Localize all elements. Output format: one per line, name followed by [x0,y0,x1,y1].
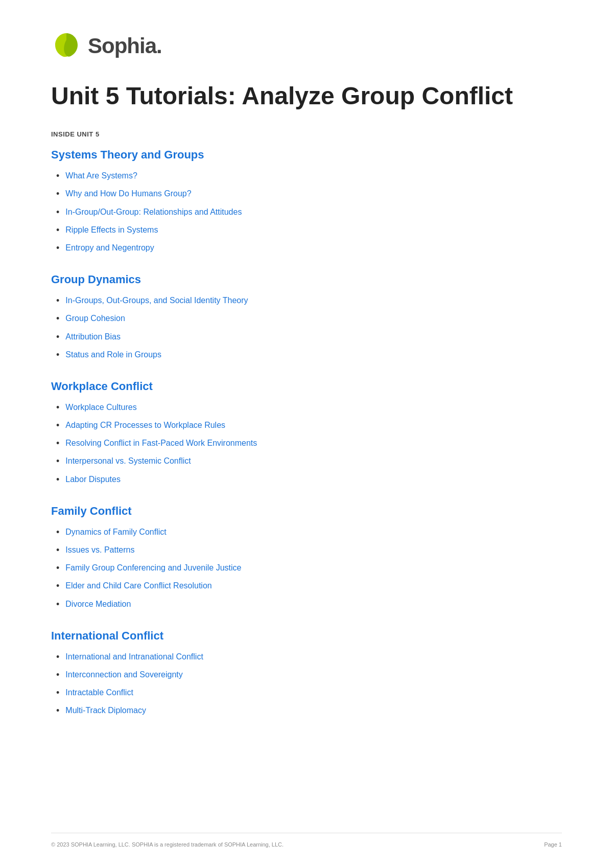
section-title-family-conflict: Family Conflict [51,505,562,518]
link-group-dynamics-0[interactable]: In-Groups, Out-Groups, and Social Identi… [65,294,248,307]
link-workplace-conflict-3[interactable]: Interpersonal vs. Systemic Conflict [65,455,191,467]
link-international-conflict-3[interactable]: Multi-Track Diplomacy [65,704,146,717]
link-family-conflict-0[interactable]: Dynamics of Family Conflict [65,526,166,538]
logo-name: Sophia [88,34,156,58]
logo-area: Sophia. [51,31,562,61]
link-family-conflict-3[interactable]: Elder and Child Care Conflict Resolution [65,580,211,592]
inside-unit-label: INSIDE UNIT 5 [51,130,562,138]
list-item: Family Group Conferencing and Juvenile J… [56,562,562,575]
list-item: In-Group/Out-Group: Relationships and At… [56,206,562,219]
section-list-family-conflict: Dynamics of Family ConflictIssues vs. Pa… [51,526,562,611]
list-item: Elder and Child Care Conflict Resolution [56,580,562,592]
link-family-conflict-1[interactable]: Issues vs. Patterns [65,544,134,556]
logo-dot: . [156,34,162,58]
section-title-systems-theory: Systems Theory and Groups [51,148,562,162]
link-systems-theory-2[interactable]: In-Group/Out-Group: Relationships and At… [65,206,242,218]
link-systems-theory-3[interactable]: Ripple Effects in Systems [65,224,158,236]
link-workplace-conflict-0[interactable]: Workplace Cultures [65,401,136,414]
link-systems-theory-4[interactable]: Entropy and Negentropy [65,242,154,254]
section-list-systems-theory: What Are Systems?Why and How Do Humans G… [51,170,562,255]
list-item: Interconnection and Sovereignty [56,669,562,681]
section-title-workplace-conflict: Workplace Conflict [51,380,562,393]
list-item: Resolving Conflict in Fast-Paced Work En… [56,437,562,450]
link-workplace-conflict-2[interactable]: Resolving Conflict in Fast-Paced Work En… [65,437,257,449]
list-item: Why and How Do Humans Group? [56,188,562,200]
section-group-dynamics: Group DynamicsIn-Groups, Out-Groups, and… [51,273,562,361]
link-group-dynamics-3[interactable]: Status and Role in Groups [65,349,161,361]
section-list-workplace-conflict: Workplace CulturesAdapting CR Processes … [51,401,562,486]
link-systems-theory-1[interactable]: Why and How Do Humans Group? [65,188,191,200]
list-item: Ripple Effects in Systems [56,224,562,237]
link-international-conflict-2[interactable]: Intractable Conflict [65,687,133,699]
logo-text: Sophia. [88,34,162,58]
link-international-conflict-1[interactable]: Interconnection and Sovereignty [65,669,182,681]
list-item: Attribution Bias [56,331,562,344]
section-title-group-dynamics: Group Dynamics [51,273,562,286]
section-systems-theory: Systems Theory and GroupsWhat Are System… [51,148,562,255]
list-item: Entropy and Negentropy [56,242,562,255]
footer-copyright: © 2023 SOPHIA Learning, LLC. SOPHIA is a… [51,841,284,848]
section-title-international-conflict: International Conflict [51,629,562,643]
link-international-conflict-0[interactable]: International and Intranational Conflict [65,651,203,663]
footer-page: Page 1 [544,841,562,848]
list-item: International and Intranational Conflict [56,651,562,664]
link-workplace-conflict-4[interactable]: Labor Disputes [65,473,121,486]
section-family-conflict: Family ConflictDynamics of Family Confli… [51,505,562,611]
list-item: Intractable Conflict [56,687,562,699]
link-family-conflict-2[interactable]: Family Group Conferencing and Juvenile J… [65,562,241,574]
section-list-group-dynamics: In-Groups, Out-Groups, and Social Identi… [51,294,562,361]
list-item: Status and Role in Groups [56,349,562,361]
list-item: Interpersonal vs. Systemic Conflict [56,455,562,468]
sophia-logo-icon [51,31,82,61]
link-group-dynamics-2[interactable]: Attribution Bias [65,331,121,343]
list-item: Multi-Track Diplomacy [56,704,562,717]
section-workplace-conflict: Workplace ConflictWorkplace CulturesAdap… [51,380,562,486]
list-item: Adapting CR Processes to Workplace Rules [56,419,562,432]
link-family-conflict-4[interactable]: Divorce Mediation [65,598,131,610]
list-item: What Are Systems? [56,170,562,182]
link-group-dynamics-1[interactable]: Group Cohesion [65,312,125,325]
section-list-international-conflict: International and Intranational Conflict… [51,651,562,718]
link-workplace-conflict-1[interactable]: Adapting CR Processes to Workplace Rules [65,419,225,431]
page-title: Unit 5 Tutorials: Analyze Group Conflict [51,82,562,110]
list-item: Labor Disputes [56,473,562,486]
link-systems-theory-0[interactable]: What Are Systems? [65,170,137,182]
list-item: In-Groups, Out-Groups, and Social Identi… [56,294,562,307]
list-item: Group Cohesion [56,312,562,325]
list-item: Dynamics of Family Conflict [56,526,562,539]
sections-container: Systems Theory and GroupsWhat Are System… [51,148,562,717]
list-item: Workplace Cultures [56,401,562,414]
list-item: Divorce Mediation [56,598,562,611]
footer: © 2023 SOPHIA Learning, LLC. SOPHIA is a… [51,833,562,848]
list-item: Issues vs. Patterns [56,544,562,557]
section-international-conflict: International ConflictInternational and … [51,629,562,718]
